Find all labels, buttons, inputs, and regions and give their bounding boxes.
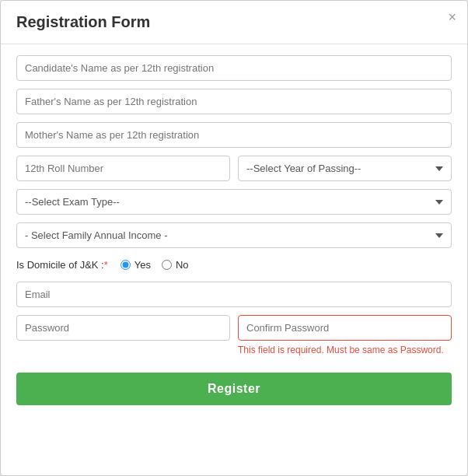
family-income-group: - Select Family Annual Income - bbox=[16, 222, 452, 248]
mother-name-input[interactable] bbox=[16, 122, 452, 148]
father-name-input[interactable] bbox=[16, 89, 452, 114]
father-name-group bbox=[16, 89, 452, 114]
roll-number-group bbox=[16, 156, 230, 181]
domicile-row: Is Domicile of J&K :* Yes No bbox=[16, 256, 452, 274]
email-group bbox=[16, 282, 452, 307]
password-input[interactable] bbox=[16, 315, 230, 341]
domicile-yes-radio[interactable] bbox=[120, 260, 131, 270]
domicile-no-option[interactable]: No bbox=[162, 259, 189, 271]
family-income-select[interactable]: - Select Family Annual Income - bbox=[16, 222, 452, 248]
domicile-label: Is Domicile of J&K :* bbox=[16, 259, 108, 271]
domicile-no-radio[interactable] bbox=[162, 260, 172, 270]
year-of-passing-select[interactable]: --Select Year of Passing-- bbox=[238, 156, 452, 181]
confirm-password-error: This field is required. Must be same as … bbox=[238, 344, 452, 357]
password-row: This field is required. Must be same as … bbox=[16, 315, 452, 357]
divider bbox=[1, 44, 467, 44]
roll-number-input[interactable] bbox=[16, 156, 230, 181]
confirm-password-input[interactable] bbox=[238, 315, 452, 341]
candidate-name-group bbox=[16, 55, 452, 81]
password-group bbox=[16, 315, 230, 357]
roll-year-row: --Select Year of Passing-- bbox=[16, 156, 452, 181]
domicile-radio-group: Yes No bbox=[120, 259, 189, 271]
mother-name-group bbox=[16, 122, 452, 148]
email-input[interactable] bbox=[16, 282, 452, 307]
domicile-yes-option[interactable]: Yes bbox=[120, 259, 151, 271]
registration-modal: Registration Form × --Select Year of Pas… bbox=[0, 0, 468, 476]
candidate-name-input[interactable] bbox=[16, 55, 452, 81]
register-button[interactable]: Register bbox=[16, 373, 452, 405]
exam-type-select[interactable]: --Select Exam Type-- bbox=[16, 189, 452, 215]
year-of-passing-group: --Select Year of Passing-- bbox=[238, 156, 452, 181]
modal-title: Registration Form bbox=[16, 13, 452, 31]
exam-type-group: --Select Exam Type-- bbox=[16, 189, 452, 215]
confirm-password-group: This field is required. Must be same as … bbox=[238, 315, 452, 357]
close-button[interactable]: × bbox=[448, 10, 456, 24]
